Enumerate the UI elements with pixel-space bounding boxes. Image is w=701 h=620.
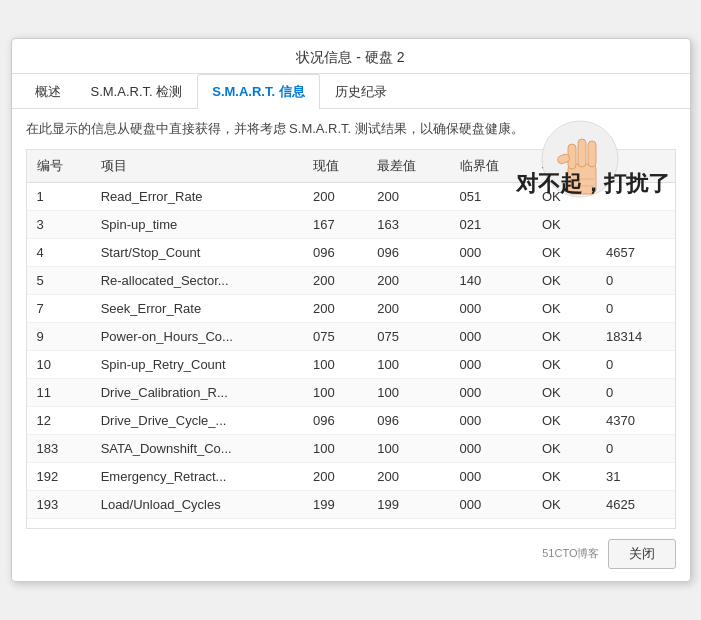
- cell-3: 200: [367, 266, 449, 294]
- cell-0: 11: [27, 378, 91, 406]
- cell-4: 000: [450, 322, 532, 350]
- cell-5: OK: [532, 462, 596, 490]
- cell-4: 000: [450, 350, 532, 378]
- cell-2: 200: [303, 294, 367, 322]
- cell-6: 4370: [596, 406, 674, 434]
- table-row: 193Load/Unload_Cycles199199000OK4625: [27, 490, 675, 518]
- description-text: 在此显示的信息从硬盘中直接获得，并将考虑 S.M.A.R.T. 测试结果，以确保…: [26, 119, 676, 139]
- tab-smart-test[interactable]: S.M.A.R.T. 检测: [76, 74, 198, 109]
- table-row: 194Temperature_Celsius114104000OK36: [27, 518, 675, 529]
- cell-3: 200: [367, 182, 449, 210]
- cell-1: Seek_Error_Rate: [91, 294, 303, 322]
- cell-0: 194: [27, 518, 91, 529]
- cell-2: 200: [303, 266, 367, 294]
- col-header-name: 项目: [91, 150, 303, 183]
- cell-5: OK: [532, 238, 596, 266]
- cell-2: 096: [303, 406, 367, 434]
- cell-1: Read_Error_Rate: [91, 182, 303, 210]
- cell-4: 140: [450, 266, 532, 294]
- table-row: 11Drive_Calibration_R...100100000OK0: [27, 378, 675, 406]
- cell-0: 193: [27, 490, 91, 518]
- dialog-container: 状况信息 - 硬盘 2 概述 S.M.A.R.T. 检测 S.M.A.R.T. …: [11, 38, 691, 582]
- col-header-id: 编号: [27, 150, 91, 183]
- cell-5: OK: [532, 490, 596, 518]
- cell-2: 100: [303, 350, 367, 378]
- dialog-footer: 51CTO博客 关闭: [12, 529, 690, 581]
- cell-4: 000: [450, 434, 532, 462]
- cell-4: 000: [450, 378, 532, 406]
- cell-6: 31: [596, 462, 674, 490]
- table-body: 1Read_Error_Rate200200051OK3Spin-up_time…: [27, 182, 675, 529]
- cell-2: 114: [303, 518, 367, 529]
- cell-0: 10: [27, 350, 91, 378]
- cell-2: 096: [303, 238, 367, 266]
- table-row: 3Spin-up_time167163021OK: [27, 210, 675, 238]
- cell-5: OK: [532, 322, 596, 350]
- cell-2: 100: [303, 378, 367, 406]
- cell-1: Re-allocated_Sector...: [91, 266, 303, 294]
- cell-1: Emergency_Retract...: [91, 462, 303, 490]
- cell-0: 7: [27, 294, 91, 322]
- col-header-worst: 最差值: [367, 150, 449, 183]
- cell-1: Spin-up_Retry_Count: [91, 350, 303, 378]
- cell-2: 200: [303, 182, 367, 210]
- tab-bar: 概述 S.M.A.R.T. 检测 S.M.A.R.T. 信息 历史纪录: [12, 74, 690, 109]
- cell-4: 000: [450, 406, 532, 434]
- cell-2: 199: [303, 490, 367, 518]
- cell-1: Start/Stop_Count: [91, 238, 303, 266]
- cell-6: 18314: [596, 322, 674, 350]
- smart-table: 编号 项目 现值 最差值 临界值 状态 1Read_Error_Rate2002…: [27, 150, 675, 529]
- cell-5: OK: [532, 266, 596, 294]
- cell-5: OK: [532, 434, 596, 462]
- cell-3: 163: [367, 210, 449, 238]
- cell-3: 199: [367, 490, 449, 518]
- cell-5: OK: [532, 350, 596, 378]
- cell-2: 200: [303, 462, 367, 490]
- cell-5: OK: [532, 294, 596, 322]
- cell-5: OK: [532, 518, 596, 529]
- table-row: 5Re-allocated_Sector...200200140OK0: [27, 266, 675, 294]
- overlay-text: 对不起，打扰了: [516, 169, 670, 199]
- cell-1: Drive_Calibration_R...: [91, 378, 303, 406]
- cell-3: 100: [367, 378, 449, 406]
- cell-6: 0: [596, 434, 674, 462]
- table-row: 4Start/Stop_Count096096000OK4657: [27, 238, 675, 266]
- watermark: 51CTO博客: [542, 546, 599, 561]
- cell-3: 200: [367, 462, 449, 490]
- cell-4: 000: [450, 462, 532, 490]
- cell-6: 0: [596, 378, 674, 406]
- cell-6: 36: [596, 518, 674, 529]
- cell-3: 096: [367, 238, 449, 266]
- col-header-current: 现值: [303, 150, 367, 183]
- table-row: 10Spin-up_Retry_Count100100000OK0: [27, 350, 675, 378]
- cell-4: 000: [450, 518, 532, 529]
- cell-5: OK: [532, 406, 596, 434]
- table-row: 12Drive_Drive_Cycle_...096096000OK4370: [27, 406, 675, 434]
- cell-6: 0: [596, 350, 674, 378]
- cell-3: 200: [367, 294, 449, 322]
- cell-4: 000: [450, 294, 532, 322]
- cell-0: 192: [27, 462, 91, 490]
- cell-0: 183: [27, 434, 91, 462]
- cell-2: 167: [303, 210, 367, 238]
- smart-table-container: 编号 项目 现值 最差值 临界值 状态 1Read_Error_Rate2002…: [26, 149, 676, 529]
- cell-1: Load/Unload_Cycles: [91, 490, 303, 518]
- cell-1: Power-on_Hours_Co...: [91, 322, 303, 350]
- close-button[interactable]: 关闭: [608, 539, 676, 569]
- cell-1: Temperature_Celsius: [91, 518, 303, 529]
- cell-5: OK: [532, 378, 596, 406]
- tab-smart-info[interactable]: S.M.A.R.T. 信息: [197, 74, 319, 109]
- cell-3: 075: [367, 322, 449, 350]
- cell-1: SATA_Downshift_Co...: [91, 434, 303, 462]
- cell-6: 4657: [596, 238, 674, 266]
- cell-0: 4: [27, 238, 91, 266]
- cell-6: [596, 210, 674, 238]
- cell-4: 000: [450, 238, 532, 266]
- cell-0: 3: [27, 210, 91, 238]
- tab-history[interactable]: 历史纪录: [320, 74, 402, 109]
- cell-6: 0: [596, 266, 674, 294]
- cell-3: 104: [367, 518, 449, 529]
- cell-3: 100: [367, 350, 449, 378]
- tab-overview[interactable]: 概述: [20, 74, 76, 109]
- cell-1: Spin-up_time: [91, 210, 303, 238]
